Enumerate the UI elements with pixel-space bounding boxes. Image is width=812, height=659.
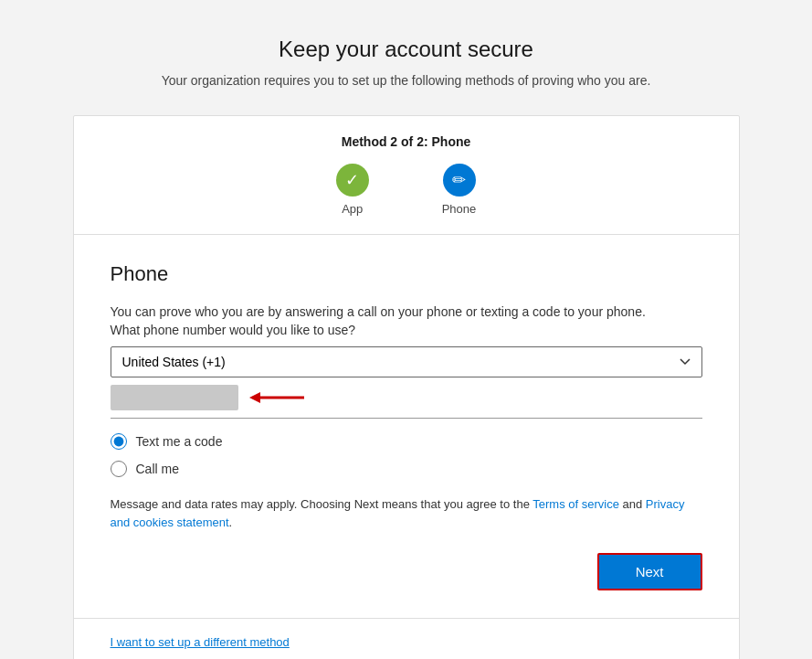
steps-row: ✓ App ✏ Phone <box>111 164 702 216</box>
page-subtitle: Your organization requires you to set up… <box>162 73 651 88</box>
progress-section: Method 2 of 2: Phone ✓ App ✏ Phone <box>74 116 739 235</box>
step-app: ✓ App <box>336 164 369 216</box>
radio-call-me[interactable]: Call me <box>111 461 702 477</box>
progress-label: Method 2 of 2: Phone <box>111 134 702 149</box>
terms-middle: and <box>619 497 646 511</box>
main-card: Method 2 of 2: Phone ✓ App ✏ Phone Phone <box>73 115 740 659</box>
pencil-icon: ✏ <box>452 170 466 190</box>
country-select[interactable]: United States (+1) Canada (+1) United Ki… <box>111 346 702 377</box>
red-arrow-icon <box>249 388 313 407</box>
radio-call-label: Call me <box>136 462 179 476</box>
terms-of-service-link[interactable]: Terms of service <box>533 497 619 511</box>
radio-group: Text me a code Call me <box>111 433 702 477</box>
page-container: Keep your account secure Your organizati… <box>0 0 812 659</box>
step-phone-circle: ✏ <box>443 164 476 197</box>
step-phone-label: Phone <box>442 202 477 216</box>
description-line1: You can prove who you are by answering a… <box>111 304 702 319</box>
button-row: Next <box>111 553 702 590</box>
next-button[interactable]: Next <box>597 553 702 590</box>
svg-marker-1 <box>249 392 260 403</box>
different-method-button[interactable]: I want to set up a different method <box>111 635 290 649</box>
bottom-section: I want to set up a different method <box>74 618 739 659</box>
radio-text-label: Text me a code <box>136 434 223 449</box>
phone-input-row <box>111 385 702 419</box>
radio-text-input[interactable] <box>111 433 127 450</box>
step-app-label: App <box>342 202 363 216</box>
terms-text: Message and data rates may apply. Choosi… <box>111 495 702 531</box>
step-phone: ✏ Phone <box>442 164 477 216</box>
radio-text-me[interactable]: Text me a code <box>111 433 702 450</box>
content-section: Phone You can prove who you are by answe… <box>74 235 739 618</box>
check-icon: ✓ <box>345 170 359 190</box>
radio-call-input[interactable] <box>111 461 127 477</box>
terms-suffix: . <box>229 516 233 529</box>
terms-prefix: Message and data rates may apply. Choosi… <box>111 497 533 511</box>
description-line2: What phone number would you like to use? <box>111 323 702 337</box>
section-title: Phone <box>111 262 702 286</box>
page-title: Keep your account secure <box>279 37 533 62</box>
arrow-indicator <box>249 388 313 407</box>
step-app-circle: ✓ <box>336 164 369 197</box>
phone-number-input[interactable] <box>111 385 238 410</box>
